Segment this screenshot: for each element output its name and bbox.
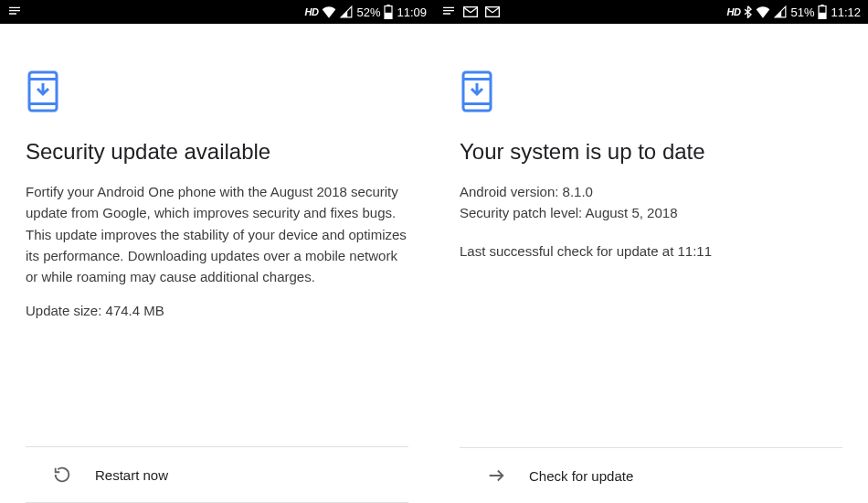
check-for-update-label: Check for update bbox=[529, 468, 633, 484]
update-size: Update size: 474.4 MB bbox=[26, 300, 408, 321]
clock: 11:12 bbox=[831, 5, 861, 19]
status-bar-right: HD 52% 11:09 bbox=[305, 5, 427, 19]
notification-icon bbox=[7, 5, 22, 19]
wifi-icon bbox=[756, 5, 770, 18]
cellular-signal-icon bbox=[774, 5, 787, 18]
content-area: Your system is up to date Android versio… bbox=[434, 24, 868, 447]
restart-now-label: Restart now bbox=[95, 467, 168, 483]
arrow-right-icon bbox=[485, 465, 507, 487]
system-update-icon bbox=[26, 70, 408, 117]
last-check-time: Last successful check for update at 11:1… bbox=[460, 241, 842, 262]
check-for-update-row[interactable]: Check for update bbox=[460, 447, 842, 503]
restart-now-row[interactable]: Restart now bbox=[26, 446, 408, 503]
hd-indicator: HD bbox=[727, 6, 741, 17]
page-title: Security update available bbox=[26, 139, 408, 165]
battery-percentage: 52% bbox=[356, 5, 380, 19]
svg-rect-2 bbox=[385, 13, 392, 19]
page-title: Your system is up to date bbox=[460, 139, 842, 165]
hd-indicator: HD bbox=[305, 6, 319, 17]
gmail-icon bbox=[485, 6, 500, 17]
notification-icon bbox=[441, 5, 456, 19]
cellular-signal-icon bbox=[340, 5, 353, 18]
left-screenshot: HD 52% 11:09 Security update available bbox=[0, 0, 434, 503]
battery-icon bbox=[818, 5, 827, 19]
clock: 11:09 bbox=[397, 5, 427, 19]
battery-icon bbox=[384, 5, 393, 19]
system-update-icon bbox=[460, 70, 842, 117]
status-bar: HD 51% 11:12 bbox=[434, 0, 868, 24]
svg-rect-10 bbox=[819, 13, 826, 19]
status-bar-right: HD 51% 11:12 bbox=[727, 5, 861, 19]
status-bar: HD 52% 11:09 bbox=[0, 0, 434, 24]
status-bar-left bbox=[7, 5, 22, 19]
android-version: Android version: 8.1.0 bbox=[460, 181, 842, 202]
right-screenshot: HD 51% 11:12 Your sy bbox=[434, 0, 868, 503]
bluetooth-icon bbox=[744, 5, 752, 18]
restart-icon bbox=[51, 464, 73, 486]
content-area: Security update available Fortify your A… bbox=[0, 24, 434, 446]
status-bar-left bbox=[441, 5, 500, 19]
wifi-icon bbox=[322, 5, 336, 18]
battery-percentage: 51% bbox=[790, 5, 814, 19]
security-patch-level: Security patch level: August 5, 2018 bbox=[460, 202, 842, 223]
gmail-icon bbox=[463, 6, 478, 17]
update-description: Fortify your Android One phone with the … bbox=[26, 181, 408, 287]
